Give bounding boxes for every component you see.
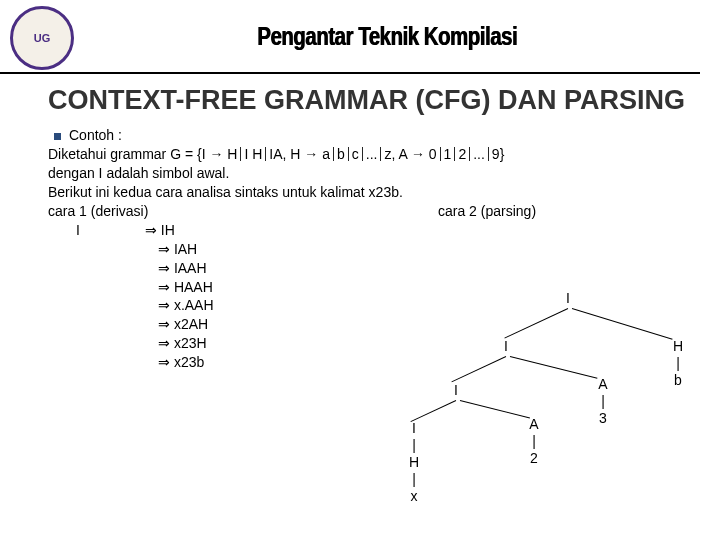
tree-root-I: I <box>560 290 576 306</box>
cara1-label: cara 1 (derivasi) <box>48 202 438 221</box>
tree-node-I-1: I <box>498 338 514 354</box>
tree-bar: | <box>595 393 611 409</box>
intro-line: Berikut ini kedua cara analisa sintaks u… <box>48 183 705 202</box>
tree-node-H: H <box>670 338 686 354</box>
cara2-label: cara 2 (parsing) <box>438 202 536 221</box>
contoh-label: Contoh : <box>69 127 122 143</box>
tree-leaf-2: 2 <box>526 450 542 466</box>
tree-edge <box>510 356 598 379</box>
tree-bar: | <box>526 433 542 449</box>
university-logo: UG <box>10 6 74 70</box>
tree-bar: | <box>406 471 422 487</box>
tree-leaf-b: b <box>670 372 686 388</box>
page-title: CONTEXT-FREE GRAMMAR (CFG) DAN PARSING <box>48 84 720 116</box>
deriv-step: x.AAH <box>174 297 214 313</box>
contoh-line: Contoh : <box>48 126 705 145</box>
derivation-start: I <box>76 222 80 238</box>
cara-headers-row: cara 1 (derivasi) cara 2 (parsing) <box>48 202 705 221</box>
deriv-step: IH <box>161 222 175 238</box>
tree-edge <box>504 308 568 338</box>
deriv-step: IAAH <box>174 260 207 276</box>
start-symbol-line: dengan I adalah simbol awal. <box>48 164 705 183</box>
deriv-step: x23b <box>174 354 204 370</box>
tree-bar: | <box>406 437 422 453</box>
deriv-step: x23H <box>174 335 207 351</box>
tree-edge <box>410 400 456 422</box>
tree-leaf-x: x <box>406 488 422 504</box>
parse-tree: I I H | b I A | 3 I A | 2 | H | x <box>380 290 700 530</box>
deriv-step: IAH <box>174 241 197 257</box>
tree-node-A-2: A <box>526 416 542 432</box>
tree-bar: | <box>670 355 686 371</box>
course-title: Pengantar Teknik Kompilasi <box>143 21 631 52</box>
tree-node-I-2: I <box>448 382 464 398</box>
tree-edge <box>451 356 506 382</box>
grammar-line: Diketahui grammar G = {I → H⏐I H⏐IA, H →… <box>48 145 705 164</box>
tree-edge <box>572 308 673 340</box>
tree-edge <box>460 400 530 418</box>
header-bar: UG Pengantar Teknik Kompilasi <box>0 0 700 74</box>
tree-node-A-1: A <box>595 376 611 392</box>
tree-leaf-3: 3 <box>595 410 611 426</box>
tree-node-I-3: I <box>406 420 422 436</box>
tree-node-H-2: H <box>406 454 422 470</box>
deriv-step: x2AH <box>174 316 208 332</box>
bullet-icon <box>54 133 61 140</box>
deriv-step: HAAH <box>174 279 213 295</box>
